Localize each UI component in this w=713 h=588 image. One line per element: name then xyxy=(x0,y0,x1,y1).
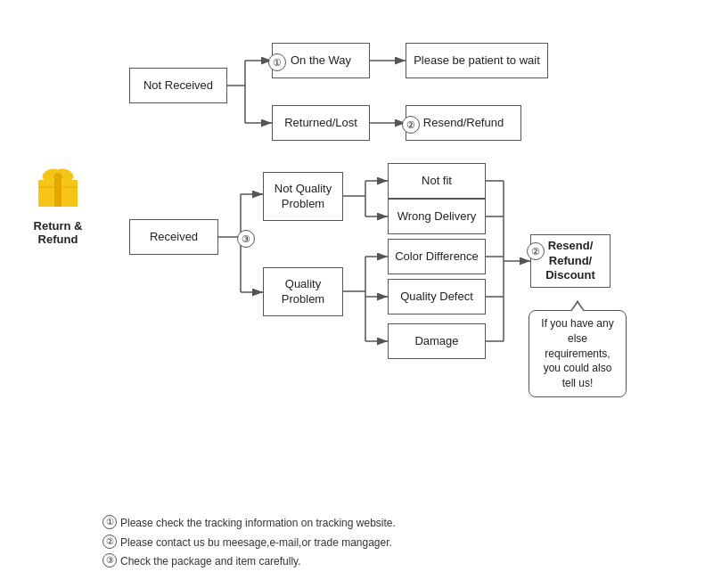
circle-1: ① xyxy=(268,53,286,71)
not-fit-box: Not fit xyxy=(388,163,486,199)
note-3-text: Check the package and item carefully. xyxy=(120,552,301,572)
note-3-num: ③ xyxy=(102,553,117,568)
icon-area: Return & Refund xyxy=(18,160,98,246)
quality-problem-box: Quality Problem xyxy=(263,267,343,316)
resend-refund-discount-box: Resend/ Refund/ Discount xyxy=(530,234,611,288)
svg-point-5 xyxy=(53,173,62,182)
svg-rect-2 xyxy=(54,180,61,207)
page-wrapper: Return & Refund xyxy=(0,0,713,588)
resend-refund-top-box: Resend/Refund xyxy=(406,105,521,141)
note-1: ① Please check the tracking information … xyxy=(102,514,396,534)
quality-defect-box: Quality Defect xyxy=(388,279,486,314)
speech-bubble: If you have any else requirements, you c… xyxy=(529,310,627,397)
note-1-num: ① xyxy=(102,515,117,529)
note-3: ③ Check the package and item carefully. xyxy=(102,552,396,572)
on-the-way-box: On the Way xyxy=(272,43,370,78)
not-received-box: Not Received xyxy=(129,68,227,103)
gift-icon xyxy=(31,160,85,214)
patient-wait-box: Please be patient to wait xyxy=(406,43,548,78)
circle-2-bottom: ② xyxy=(527,242,545,260)
icon-label: Return & Refund xyxy=(18,219,98,246)
wrong-delivery-box: Wrong Delivery xyxy=(388,199,486,234)
diagram: Not Received On the Way Please be patien… xyxy=(102,16,691,515)
note-2-text: Please contact us bu meesage,e-mail,or t… xyxy=(120,534,392,553)
returned-lost-box: Returned/Lost xyxy=(272,105,370,141)
note-2: ② Please contact us bu meesage,e-mail,or… xyxy=(102,534,396,553)
note-2-num: ② xyxy=(102,535,117,549)
circle-2-top: ② xyxy=(402,116,420,134)
damage-box: Damage xyxy=(388,323,486,359)
not-quality-problem-box: Not Quality Problem xyxy=(263,172,343,221)
note-1-text: Please check the tracking information on… xyxy=(120,514,396,534)
circle-3: ③ xyxy=(237,230,255,248)
received-box: Received xyxy=(129,219,218,255)
color-difference-box: Color Difference xyxy=(388,239,486,274)
footer-notes: ① Please check the tracking information … xyxy=(102,514,396,572)
